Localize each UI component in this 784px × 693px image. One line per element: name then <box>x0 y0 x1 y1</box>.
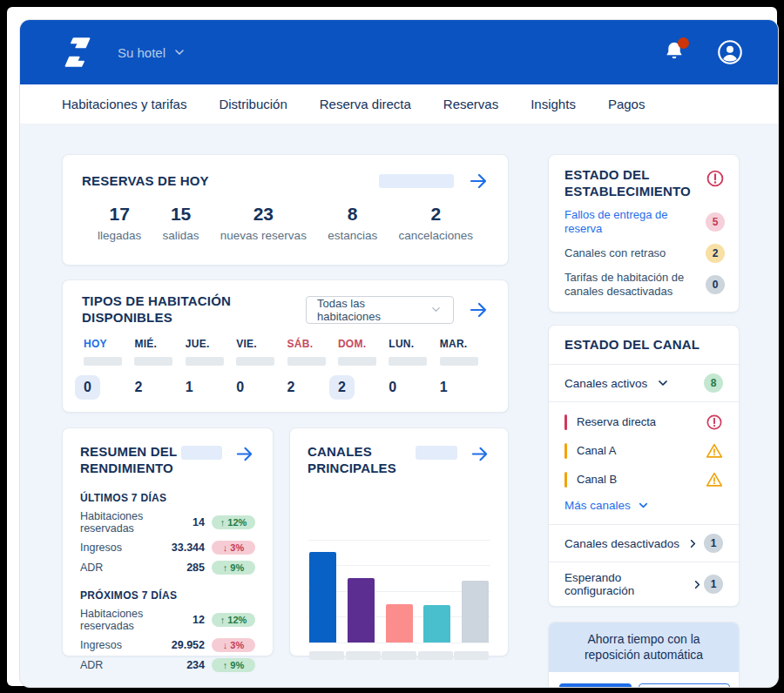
canales-desactivados-row[interactable]: Canales desactivados 1 <box>549 525 739 562</box>
channel-accent-bar <box>564 414 567 430</box>
more-label: Más canales <box>564 499 631 512</box>
day-label: VIE. <box>236 338 285 350</box>
nav-reservas[interactable]: Reservas <box>443 97 498 111</box>
stat-label: estancias <box>328 229 377 242</box>
arrow-right-icon[interactable] <box>470 444 490 465</box>
nav-reserva-directa[interactable]: Reserva directa <box>320 97 411 111</box>
notifications-bell-icon[interactable] <box>663 40 686 64</box>
arrow-right-icon[interactable] <box>468 171 489 192</box>
card-estado-canal: ESTADO DEL CANAL Canales activos 8 Reser… <box>548 325 740 608</box>
estab-item-canales-retraso: Canales con retraso 2 <box>564 244 725 263</box>
skeleton-label <box>309 651 344 660</box>
fallos-entrega-link[interactable]: Fallos de entrega de reserva <box>564 208 706 237</box>
skeleton-bar <box>338 357 376 366</box>
nav-distribucion[interactable]: Distribución <box>219 97 287 111</box>
kpi-label: Habitaciones reservadas <box>80 510 193 535</box>
canales-activos-row[interactable]: Canales activos 8 <box>549 365 739 401</box>
trend-badge: ↓ 3% <box>212 541 255 555</box>
hotel-selector[interactable]: Su hotel <box>118 45 186 60</box>
bar-channel-3 <box>386 604 413 643</box>
notification-dot <box>678 37 689 49</box>
esperando-configuracion-row[interactable]: Esperando configuración 1 <box>549 562 739 606</box>
card-title: TIPOS DE HABITACIÓN DISPONIBLES <box>82 293 306 326</box>
arrow-right-icon[interactable] <box>234 444 255 465</box>
stat-value: 8 <box>328 204 377 225</box>
day-column: MAR. 1 <box>438 338 489 400</box>
main-nav: Habitaciones y tarifas Distribución Rese… <box>20 84 778 124</box>
trend-badge: ↑ 9% <box>212 658 255 672</box>
kpi-value: 12 <box>193 614 205 626</box>
count-badge: 1 <box>704 575 723 594</box>
stat-label: salidas <box>163 229 199 242</box>
nav-insights[interactable]: Insights <box>531 97 576 111</box>
day-label: HOY <box>84 338 132 350</box>
channel-canal-a[interactable]: Canal A <box>564 436 723 465</box>
channel-canal-b[interactable]: Canal B <box>564 465 723 494</box>
card-title: ESTADO DEL CANAL <box>564 337 723 353</box>
top-header: Su hotel <box>20 20 778 84</box>
day-label: MAR. <box>440 338 489 350</box>
user-avatar-icon[interactable] <box>717 39 743 65</box>
app-panel: Su hotel Habitaciones y tarifas Distribu… <box>19 19 779 688</box>
card-promo-reposicion: Ahorra tiempo con la reposición automáti… <box>548 622 740 688</box>
day-label: DOM. <box>338 338 387 350</box>
day-availability: 2 <box>329 375 355 400</box>
brand-logo-icon[interactable] <box>62 37 93 68</box>
count-badge: 1 <box>704 534 723 553</box>
stat-label: nuevas reservas <box>220 229 307 242</box>
item-label: Tarifas de habitación de canales desacti… <box>564 271 706 299</box>
skeleton-bar <box>134 357 172 366</box>
skeleton-pill <box>181 446 222 460</box>
mas-informacion-button[interactable]: Más información <box>639 683 730 688</box>
day-availability: 2 <box>125 375 151 400</box>
day-availability: 2 <box>279 375 304 400</box>
stat-value: 17 <box>98 204 141 225</box>
warning-triangle-icon <box>706 442 723 460</box>
card-title: CANALES PRINCIPALES <box>308 444 403 477</box>
trend-badge: ↑ 12% <box>212 515 255 529</box>
kpi-row: Habitaciones reservadas 14 ↑ 12% <box>80 510 255 535</box>
day-label: SÁB. <box>287 338 336 350</box>
stat-label: cancelaciones <box>398 229 473 242</box>
bar-channel-4 <box>423 605 450 642</box>
kpi-row: Habitaciones reservadas 12 ↑ 12% <box>80 608 255 632</box>
skeleton-pill <box>416 446 457 460</box>
chevron-down-icon <box>637 499 650 512</box>
day-column: VIE. 0 <box>234 338 285 400</box>
section-heading: ÚLTIMOS 7 DÍAS <box>80 492 255 504</box>
trend-badge: ↑ 12% <box>212 613 255 627</box>
chevron-down-icon <box>429 303 443 316</box>
kpi-value: 29.952 <box>172 639 205 651</box>
skeleton-bar <box>389 357 427 366</box>
card-reservas-de-hoy: RESERVAS DE HOY 17 llegadas 15 salidas <box>62 154 509 266</box>
section-heading: PRÓXIMOS 7 DÍAS <box>80 589 255 602</box>
day-column: LUN. 0 <box>387 338 437 400</box>
kpi-value: 14 <box>193 516 205 528</box>
channel-accent-bar <box>564 443 567 459</box>
arrow-right-icon[interactable] <box>468 299 489 320</box>
day-label: LUN. <box>389 338 437 350</box>
mas-canales-link[interactable]: Más canales <box>564 494 723 521</box>
card-title: ESTADO DEL ESTABLECIMIENTO <box>564 167 706 200</box>
count-badge: 5 <box>706 212 725 232</box>
room-filter-dropdown[interactable]: Todas las habitaciones <box>306 296 454 324</box>
skeleton-bar <box>186 357 224 366</box>
channel-reserva-directa[interactable]: Reserva directa <box>564 407 723 436</box>
stat-label: llegadas <box>98 229 141 242</box>
chevron-down-icon <box>172 45 186 59</box>
channels-bar-chart <box>308 540 490 643</box>
kpi-value: 33.344 <box>172 542 205 554</box>
trend-badge: ↑ 9% <box>212 561 255 575</box>
count-badge: 8 <box>704 373 723 393</box>
skeleton-bar <box>84 357 122 366</box>
day-availability: 0 <box>227 375 253 400</box>
estab-item-tarifas-desactivadas: Tarifas de habitación de canales desacti… <box>564 271 725 299</box>
kpi-row: Ingresos 29.952 ↓ 3% <box>80 638 255 652</box>
day-availability: 0 <box>75 375 100 400</box>
page-frame: Su hotel Habitaciones y tarifas Distribu… <box>7 7 777 686</box>
skeleton-bar <box>236 357 274 366</box>
activar-ahora-button[interactable]: Activar ahora <box>559 683 632 688</box>
nav-habitaciones-y-tarifas[interactable]: Habitaciones y tarifas <box>62 97 186 111</box>
nav-pagos[interactable]: Pagos <box>608 97 645 111</box>
day-availability: 1 <box>177 375 202 400</box>
